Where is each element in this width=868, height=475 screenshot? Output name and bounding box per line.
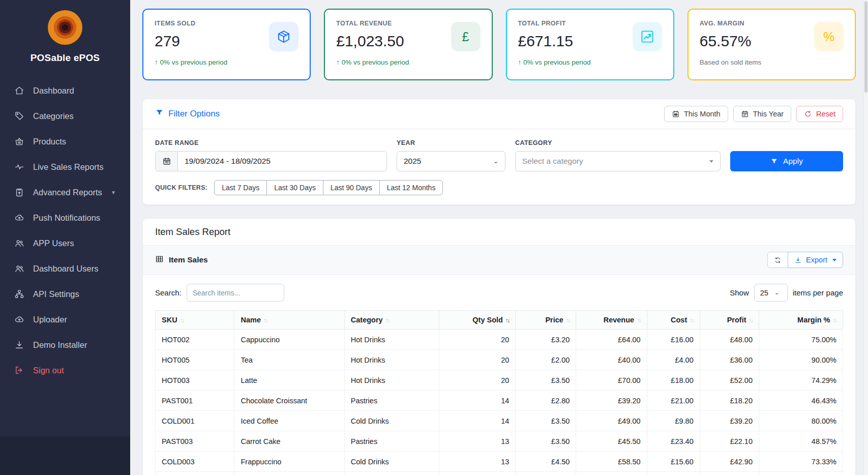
- quick-filter-last-12-months[interactable]: Last 12 Months: [379, 180, 443, 195]
- column-header-qty-sold[interactable]: Qty Sold↑↓: [439, 311, 516, 330]
- cell-revenue: £15.60: [576, 472, 647, 475]
- year-label: YEAR: [397, 139, 505, 146]
- cell-revenue: £58.50: [576, 452, 647, 472]
- table-row: PAST001Chocolate CroissantPastries14£2.8…: [156, 391, 843, 411]
- cell-qty-sold: 13: [439, 431, 516, 452]
- column-header-sku[interactable]: SKU↑↓: [156, 311, 234, 330]
- category-select[interactable]: Select a category: [515, 151, 721, 171]
- refresh-button[interactable]: [767, 252, 788, 268]
- year-field: YEAR 2025 ⌄: [397, 139, 505, 171]
- home-icon: [14, 85, 24, 96]
- app-root: POSable ePOS DashboardCategoriesProducts…: [0, 0, 868, 475]
- quick-filters-label: QUICK FILTERS:: [155, 184, 207, 191]
- cell-category: Snacks: [344, 472, 439, 475]
- column-header-category[interactable]: Category↑↓: [344, 311, 439, 330]
- stat-subtext: ↑ 0% vs previous period: [336, 58, 480, 66]
- this-month-button[interactable]: This Month: [664, 106, 728, 122]
- scrollbar-thumb[interactable]: [864, 1, 867, 93]
- brand-logo: [48, 10, 82, 45]
- sidebar-item-products[interactable]: Products: [0, 129, 130, 154]
- cell-qty-sold: 20: [439, 350, 516, 370]
- cube-icon: [269, 22, 298, 51]
- filter-title: Filter Options: [155, 108, 220, 120]
- year-select[interactable]: 2025 ⌄: [397, 151, 505, 171]
- cell-margin-: 80.00%: [759, 411, 843, 431]
- cell-name: Tea: [234, 350, 344, 370]
- column-label: Name: [241, 316, 261, 324]
- sidebar-item-categories[interactable]: Categories: [0, 103, 130, 129]
- sidebar-item-label: Dashboard Users: [33, 264, 98, 274]
- cell-category: Cold Drinks: [344, 411, 439, 431]
- download-icon: [14, 340, 24, 350]
- this-year-button[interactable]: This Year: [733, 106, 791, 122]
- column-header-price[interactable]: Price↑↓: [516, 311, 576, 330]
- cell-qty-sold: 13: [439, 452, 516, 472]
- sidebar-item-api-settings[interactable]: API Settings: [0, 281, 130, 307]
- column-header-name[interactable]: Name↑↓: [234, 311, 344, 330]
- page-scrollbar: [863, 0, 868, 475]
- quick-filters-group: Last 7 DaysLast 30 DaysLast 90 DaysLast …: [214, 180, 443, 195]
- column-header-cost[interactable]: Cost↑↓: [647, 311, 700, 330]
- dropdown-arrow-icon: [709, 160, 713, 163]
- cell-cost: £16.00: [647, 330, 700, 350]
- sort-icon: ↑↓: [505, 317, 510, 323]
- sidebar-item-live-sales-reports[interactable]: Live Sales Reports: [0, 154, 130, 180]
- column-header-revenue[interactable]: Revenue↑↓: [576, 311, 647, 330]
- date-range-input[interactable]: [178, 152, 386, 171]
- cell-margin-: 73.33%: [759, 452, 843, 472]
- chevron-down-icon: ⌄: [774, 289, 779, 296]
- sidebar-item-demo-installer[interactable]: Demo Installer: [0, 332, 130, 358]
- table-row: HOT005TeaHot Drinks20£2.00£40.00£4.00£36…: [156, 350, 843, 370]
- apply-button[interactable]: Apply: [730, 151, 843, 171]
- column-header-profit[interactable]: Profit↑↓: [700, 311, 759, 330]
- sidebar-item-label: API Settings: [33, 289, 79, 299]
- sidebar-nav: DashboardCategoriesProductsLive Sales Re…: [0, 78, 130, 383]
- stat-card-row: ITEMS SOLD279↑ 0% vs previous periodTOTA…: [142, 9, 856, 80]
- search-group: Search:: [155, 284, 284, 302]
- table-row: COLD003FrappuccinoCold Drinks13£4.50£58.…: [156, 452, 843, 472]
- cell-qty-sold: 14: [439, 411, 516, 431]
- sidebar-item-advanced-reports[interactable]: Advanced Reports▼: [0, 180, 130, 205]
- quick-filter-last-7-days[interactable]: Last 7 Days: [214, 180, 267, 195]
- cell-name: Crisps Packet: [234, 472, 344, 475]
- sidebar-item-app-users[interactable]: APP Users: [0, 230, 130, 256]
- export-button[interactable]: Export: [788, 252, 843, 268]
- cell-sku: COLD001: [156, 411, 234, 431]
- stat-subtext: ↑ 0% vs previous period: [518, 58, 662, 66]
- calendar-icon: [156, 152, 178, 171]
- column-label: Margin %: [797, 316, 830, 324]
- cell-category: Hot Drinks: [344, 370, 439, 391]
- search-input[interactable]: [187, 284, 284, 302]
- report-subtitle: Item Sales: [155, 255, 208, 265]
- page-size-select[interactable]: 25 ⌄: [754, 284, 788, 302]
- quick-filter-last-30-days[interactable]: Last 30 Days: [266, 180, 323, 195]
- sidebar-item-dashboard[interactable]: Dashboard: [0, 78, 130, 103]
- table-row: HOT003LatteHot Drinks20£3.50£70.00£18.00…: [156, 370, 843, 391]
- percent-icon: %: [814, 22, 844, 51]
- sort-icon: ↑↓: [833, 317, 837, 323]
- column-label: Profit: [727, 316, 746, 324]
- cell-price: £3.50: [516, 370, 576, 391]
- cell-revenue: £40.00: [576, 350, 647, 370]
- sidebar-item-push-notifications[interactable]: Push Notifications: [0, 205, 130, 230]
- sidebar-item-uploader[interactable]: Uploader: [0, 307, 130, 332]
- cell-revenue: £45.50: [576, 431, 647, 452]
- table-body: HOT002CappuccinoHot Drinks20£3.20£64.00£…: [156, 330, 843, 475]
- sidebar-item-sign-out[interactable]: Sign out: [0, 358, 130, 383]
- stat-subtext: Based on sold items: [700, 58, 844, 66]
- show-label: Show: [730, 288, 749, 297]
- export-caret-icon: [832, 259, 836, 261]
- sidebar-item-dashboard-users[interactable]: Dashboard Users: [0, 256, 130, 281]
- cell-name: Latte: [234, 370, 344, 391]
- column-header-margin-[interactable]: Margin %↑↓: [759, 311, 843, 330]
- reset-button[interactable]: Reset: [796, 106, 843, 122]
- calendar-icon: [741, 110, 749, 118]
- activity-icon: [14, 162, 24, 172]
- cell-sku: PAST001: [156, 391, 234, 411]
- cell-name: Cappuccino: [234, 330, 344, 350]
- cell-price: £1.20: [516, 472, 576, 475]
- sidebar-item-label: Dashboard: [33, 86, 74, 96]
- sort-icon: ↑↓: [180, 317, 184, 323]
- cloud-up-icon: [14, 213, 24, 223]
- quick-filter-last-90-days[interactable]: Last 90 Days: [323, 180, 380, 195]
